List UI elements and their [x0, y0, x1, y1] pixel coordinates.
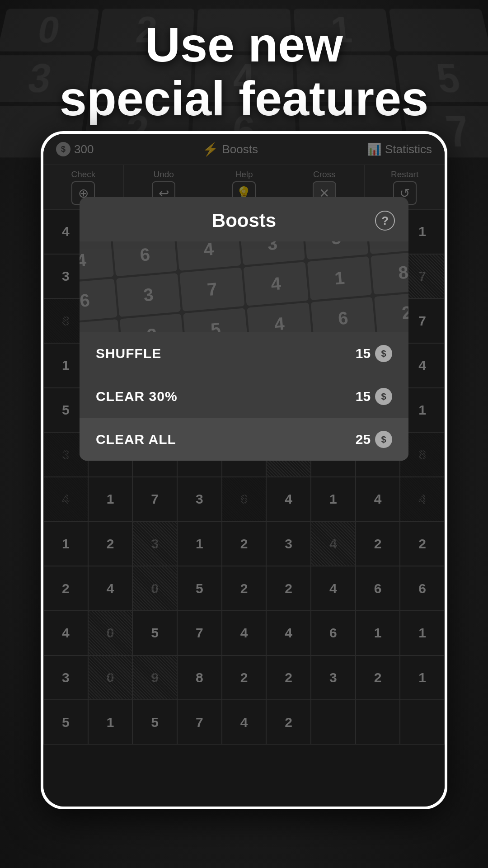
- boosts-title: Boosts: [212, 210, 276, 231]
- boost-shuffle[interactable]: SHUFFLE 15 $: [80, 332, 408, 375]
- boost-clear30-cost-value: 15: [356, 389, 371, 404]
- boost-clear30-cost: 15 $: [356, 388, 392, 405]
- boost-clear30-name: CLEAR 30%: [96, 389, 178, 404]
- phone-frame: $ 300 ⚡ Boosts 📊 Statistics Check ⊕ Undo…: [41, 131, 447, 809]
- boosts-overlay: Boosts ? 4 6 4 3 5 2 6 3 7 4: [43, 134, 445, 807]
- bg-grid-cell: 1: [307, 256, 372, 300]
- hero-section: Use new special features: [0, 18, 488, 126]
- boost-shuffle-coin: $: [375, 345, 392, 362]
- boost-shuffle-cost: 15 $: [356, 345, 392, 362]
- bg-grid-cell: 3: [116, 273, 181, 317]
- bg-grid-cell: 6: [80, 278, 117, 322]
- boosts-help-icon[interactable]: ?: [375, 211, 395, 231]
- boost-clearall-cost-value: 25: [356, 432, 371, 447]
- bg-grid-cell: 2: [80, 319, 121, 332]
- boost-clear30[interactable]: CLEAR 30% 15 $: [80, 375, 408, 418]
- bg-grid-cell: 4: [80, 241, 114, 282]
- bg-grid-cell: 5: [183, 308, 248, 332]
- boost-shuffle-name: SHUFFLE: [96, 346, 161, 361]
- hero-title: Use new special features: [27, 18, 461, 126]
- phone-inner: $ 300 ⚡ Boosts 📊 Statistics Check ⊕ Undo…: [43, 134, 445, 807]
- boost-clearall[interactable]: CLEAR ALL 25 $: [80, 418, 408, 461]
- bg-grid-cell: 3: [240, 241, 305, 265]
- bg-grid-cell: 7: [179, 268, 244, 311]
- bg-grid-cell: 2: [374, 291, 408, 332]
- boosts-background: 4 6 4 3 5 2 6 3 7 4 1 8 2 3 5: [80, 241, 408, 332]
- bg-grid-cell: 6: [310, 297, 375, 332]
- bg-grid-cell: 4: [243, 262, 308, 306]
- bg-grid-cell: 2: [367, 241, 408, 254]
- bg-grid-cell: 4: [247, 302, 312, 332]
- boost-clearall-name: CLEAR ALL: [96, 432, 176, 447]
- bg-grid-cell: 3: [119, 313, 184, 332]
- bg-grid-cell: 8: [371, 251, 409, 295]
- boosts-bg-grid: 4 6 4 3 5 2 6 3 7 4 1 8 2 3 5: [80, 241, 408, 332]
- boost-clear30-coin: $: [375, 388, 392, 405]
- bg-grid-cell: 4: [176, 241, 241, 271]
- boost-clearall-coin: $: [375, 431, 392, 448]
- boosts-panel: Boosts ? 4 6 4 3 5 2 6 3 7 4: [80, 197, 408, 461]
- boost-clearall-cost: 25 $: [356, 431, 392, 448]
- bg-grid-cell: 6: [113, 241, 178, 277]
- boosts-header: Boosts ?: [80, 197, 408, 241]
- boost-shuffle-cost-value: 15: [356, 346, 371, 361]
